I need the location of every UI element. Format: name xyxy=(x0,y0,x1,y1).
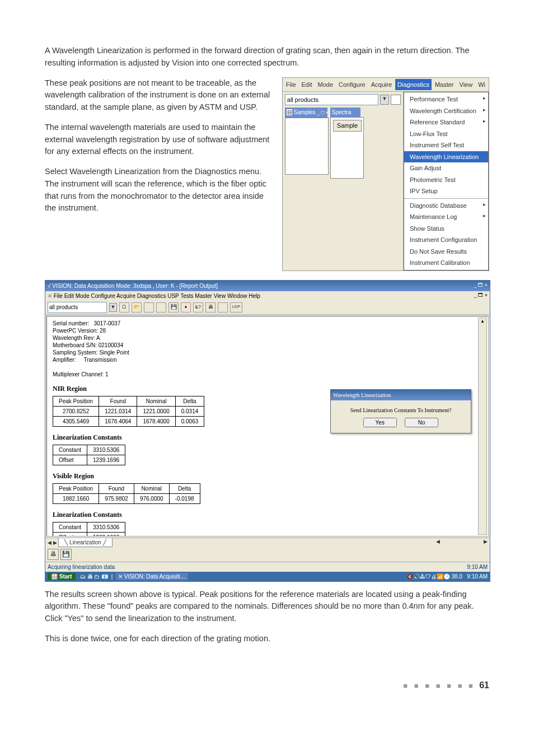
window-title: √ VISION: Data Acquisition Mode: 3xdspa … xyxy=(48,282,218,290)
menu-item[interactable]: Acquire xyxy=(369,79,394,91)
product-combo[interactable] xyxy=(285,94,378,105)
lin-table: Constant3310.5306Offset1239.1696 xyxy=(53,445,125,465)
sample-button[interactable]: Sample xyxy=(333,120,362,132)
menu-item[interactable]: Instrument Self Test xyxy=(404,139,488,151)
menu-item[interactable]: Low-Flux Test xyxy=(404,128,488,140)
samples-window: ⊟ Samples _ □ × xyxy=(285,108,327,118)
dialog-title: Wavelength Linearization xyxy=(331,390,471,400)
menu-item[interactable]: Instrument Calibration xyxy=(404,257,488,269)
menu-item[interactable]: Wi xyxy=(476,79,488,91)
dropdown-icon[interactable]: ▼ xyxy=(380,95,389,105)
status-text: Acquiring linearization data xyxy=(48,563,115,571)
new-icon[interactable]: 🗋 xyxy=(119,302,129,312)
paragraph: The internal wavelength materials are us… xyxy=(45,122,272,158)
open-icon[interactable]: 📂 xyxy=(132,302,142,312)
tray: 🔇🔊🖧🛡🖨📶🕒 38.0 9:10 AM xyxy=(406,572,488,581)
menu-item[interactable]: Master xyxy=(433,79,456,91)
linearization-tab[interactable]: ╲ Linearization ╱ xyxy=(58,538,112,547)
menu-item[interactable]: Wavelength Certification xyxy=(404,105,488,117)
paragraph: These peak positions are not meant to be… xyxy=(45,77,272,114)
lin2-heading: Linearization Constants xyxy=(53,510,483,520)
dialog-message: Send Linearization Constants To Instrume… xyxy=(336,406,465,414)
menu-item[interactable]: Photometric Test xyxy=(404,174,488,186)
save-icon[interactable]: 💾 xyxy=(60,549,72,560)
menu-item[interactable]: Instrument Configuration xyxy=(404,234,488,246)
menu-item[interactable]: Do Not Save Results xyxy=(404,246,488,258)
no-button[interactable]: No xyxy=(405,418,438,427)
menu-item[interactable]: Maintenance Log xyxy=(404,211,488,223)
diagnostics-menu-screenshot: FileEditModeConfigureAcquireDiagnosticsM… xyxy=(282,77,489,271)
menu-item[interactable]: Diagnostic Database xyxy=(404,200,488,212)
page-footer: ■ ■ ■ ■ ■ ■ ■ 61 xyxy=(45,679,489,692)
menu-item[interactable]: Diagnostics xyxy=(395,79,432,91)
menu-item[interactable]: Edit xyxy=(299,79,315,91)
taskbar[interactable]: 🪟 Start 🗂 🖶 🗀 📧 | ✕ VISION: Data Acquisi… xyxy=(45,572,490,581)
menu-item[interactable]: Performance Test xyxy=(404,94,488,105)
print-icon[interactable]: 🖶 xyxy=(48,549,59,560)
diagnostics-dropdown: Performance TestWavelength Certification… xyxy=(404,92,489,270)
menu-item[interactable]: Mode xyxy=(316,79,336,91)
paragraph: Select Wavelength Linearization from the… xyxy=(45,166,272,214)
save-icon[interactable]: 💾 xyxy=(168,302,179,312)
menu-item[interactable]: IPV Setup xyxy=(404,185,488,197)
print-icon[interactable]: 🖶 xyxy=(205,302,216,312)
report-output: ▲ Serial number: 3017-0037 PowerPC Versi… xyxy=(46,316,489,536)
paragraph: The results screen shown above is typica… xyxy=(45,589,489,625)
status-time: 9:10 AM xyxy=(467,563,488,571)
lin-heading: Linearization Constants xyxy=(53,432,483,442)
spectra-window: Spectra xyxy=(330,108,360,117)
yes-button[interactable]: Yes xyxy=(363,418,397,427)
product-combo-2[interactable] xyxy=(48,302,107,313)
btn-icon[interactable] xyxy=(156,302,166,312)
new-icon[interactable] xyxy=(391,95,401,105)
app-toolbar[interactable]: ▼ 🗋 📂 💾 ● 𝐤? 🖶 USP xyxy=(45,301,490,315)
vis-heading: Visible Region xyxy=(53,471,483,481)
menu-item[interactable]: Gain Adjust xyxy=(404,162,488,174)
usp-button[interactable]: USP xyxy=(230,302,242,312)
menu-item[interactable]: Reference Standard xyxy=(404,116,488,128)
report-output-screenshot: √ VISION: Data Acquisition Mode: 3xdspa … xyxy=(45,280,490,582)
app-menubar[interactable]: ✕ File Edit Mode Configure Acquire Diagn… xyxy=(45,291,490,301)
record-icon[interactable]: ● xyxy=(181,302,191,312)
menu-item[interactable]: Show Status xyxy=(404,223,488,235)
nir-table: Peak PositionFoundNominalDelta2700.82521… xyxy=(53,396,204,427)
scrollbar[interactable]: ▲ xyxy=(478,318,487,535)
vis-table: Peak PositionFoundNominalDelta1882.16609… xyxy=(53,483,200,504)
start-button[interactable]: 🪟 Start xyxy=(48,573,76,580)
btn-icon[interactable] xyxy=(218,302,228,312)
btn-icon[interactable] xyxy=(144,302,154,312)
linearization-dialog: Wavelength Linearization Send Linearizat… xyxy=(330,389,471,433)
paragraph: This is done twice, one for each directi… xyxy=(45,633,489,645)
menu-item[interactable]: View xyxy=(457,79,475,91)
menu-item[interactable]: Wavelength Linearization xyxy=(404,151,488,163)
menu-item[interactable]: File xyxy=(284,79,298,91)
window-controls[interactable]: _ 🗖 × xyxy=(474,282,488,290)
help-icon[interactable]: 𝐤? xyxy=(193,302,203,312)
paragraph: A Wavelength Linearization is performed … xyxy=(45,45,489,69)
lin2-table: Constant3310.5306Offset1239.1696 xyxy=(53,522,125,536)
menu-item[interactable]: Configure xyxy=(336,79,368,91)
